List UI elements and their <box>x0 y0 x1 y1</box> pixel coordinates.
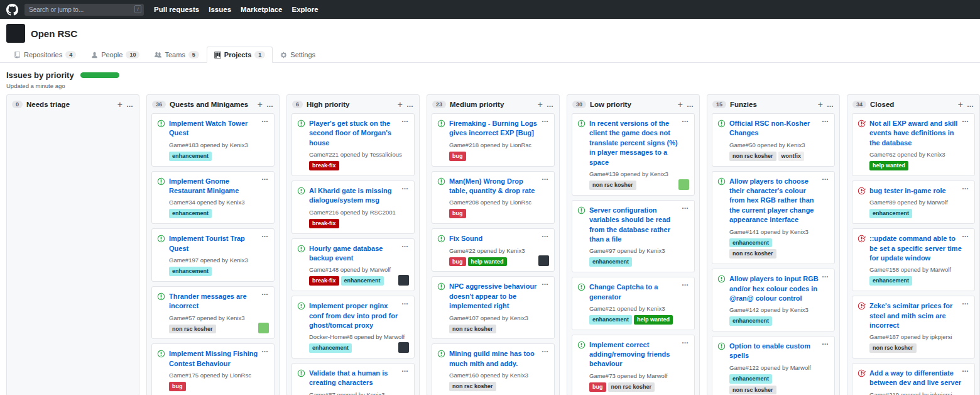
issue-title[interactable]: Change Captcha to a generator <box>589 282 689 302</box>
add-card-button[interactable]: + <box>398 100 403 109</box>
issue-title[interactable]: Player's get stuck on the second floor o… <box>309 119 409 148</box>
card-menu-button[interactable]: … <box>962 298 969 306</box>
card-menu-button[interactable]: … <box>682 337 689 345</box>
card-menu-button[interactable]: … <box>401 116 409 123</box>
issue-title[interactable]: Server configuration variables should be… <box>589 206 689 245</box>
column-menu-button[interactable]: … <box>266 101 274 108</box>
issue-title[interactable]: Zeke's scimitar prices for steel and mit… <box>869 301 969 330</box>
issue-title[interactable]: Implement Watch Tower Quest <box>169 119 269 138</box>
issue-title[interactable]: Implement Gnome Restaurant Minigame <box>169 177 269 196</box>
issue-title[interactable]: Implement proper nginx conf from dev int… <box>309 301 409 330</box>
nav-issues[interactable]: Issues <box>209 6 231 13</box>
add-card-button[interactable]: + <box>117 100 122 109</box>
issue-card[interactable]: … Allow players to input RGB and/or hex … <box>712 269 835 331</box>
card-menu-button[interactable]: … <box>261 231 269 238</box>
card-menu-button[interactable]: … <box>822 338 829 346</box>
issue-title[interactable]: Hourly game database backup event <box>309 244 409 264</box>
card-menu-button[interactable]: … <box>401 183 409 191</box>
column-menu-button[interactable]: … <box>967 101 974 108</box>
issue-card[interactable]: … Not all EXP award and skill events hav… <box>852 113 975 176</box>
github-logo-icon[interactable] <box>6 4 18 16</box>
issue-card[interactable]: … Official RSC non-Kosher Changes Game#5… <box>712 113 835 167</box>
issue-title[interactable]: NPC aggressive behaviour doesn't appear … <box>449 282 549 311</box>
issue-card[interactable]: … Fix Sound Game#22 opened by Kenix3 bug… <box>432 228 555 272</box>
card-menu-button[interactable]: … <box>962 183 969 191</box>
search-input[interactable] <box>24 4 144 16</box>
card-menu-button[interactable]: … <box>401 365 409 373</box>
issue-card[interactable]: … Validate that a human is creating char… <box>291 363 415 395</box>
card-menu-button[interactable]: … <box>261 289 269 296</box>
add-card-button[interactable]: + <box>258 100 263 109</box>
issue-card[interactable]: … ::update command able to be set a spec… <box>852 228 975 291</box>
issue-title[interactable]: ::update command able to be set a specif… <box>869 234 969 263</box>
search-box[interactable]: / <box>24 3 144 16</box>
issue-card[interactable]: … Option to enable custom spells Game#12… <box>712 336 835 395</box>
nav-explore[interactable]: Explore <box>292 6 318 13</box>
card-menu-button[interactable]: … <box>401 298 409 306</box>
card-menu-button[interactable]: … <box>542 279 549 286</box>
card-menu-button[interactable]: … <box>542 174 549 181</box>
issue-title[interactable]: Man(Men) Wrong Drop table, quantity & dr… <box>449 177 549 196</box>
issue-card[interactable]: … Zeke's scimitar prices for steel and m… <box>852 296 975 359</box>
issue-card[interactable]: … Man(Men) Wrong Drop table, quantity & … <box>432 171 555 225</box>
issue-title[interactable]: In recent versions of the client the gam… <box>589 119 689 167</box>
card-menu-button[interactable]: … <box>962 231 969 238</box>
card-menu-button[interactable]: … <box>682 116 689 123</box>
card-menu-button[interactable]: … <box>261 174 269 181</box>
issue-card[interactable]: … bug tester in-game role Game#89 opened… <box>852 181 975 224</box>
column-menu-button[interactable]: … <box>547 101 554 108</box>
column-menu-button[interactable]: … <box>827 101 834 108</box>
issue-title[interactable]: bug tester in-game role <box>869 186 969 196</box>
card-menu-button[interactable]: … <box>822 271 829 279</box>
issue-card[interactable]: … Hourly game database backup event Game… <box>291 238 415 292</box>
column-menu-button[interactable]: … <box>126 101 134 108</box>
issue-card[interactable]: … Change Captcha to a generator Game#21 … <box>572 277 695 330</box>
issue-card[interactable]: … Implement Tourist Trap Quest Game#197 … <box>151 228 275 282</box>
card-menu-button[interactable]: … <box>261 116 269 123</box>
card-menu-button[interactable]: … <box>962 365 969 373</box>
card-menu-button[interactable]: … <box>542 231 549 238</box>
issue-card[interactable]: … Mining guild mine has too much mith an… <box>432 343 555 395</box>
add-card-button[interactable]: + <box>538 100 543 109</box>
issue-title[interactable]: Validate that a human is creating charac… <box>309 369 409 388</box>
issue-card[interactable]: … Al Kharid gate is missing dialogue/sys… <box>291 181 415 234</box>
issue-card[interactable]: … Add a way to differentiate between dev… <box>852 363 975 395</box>
tab-settings[interactable]: Settings <box>273 47 323 63</box>
nav-pull-requests[interactable]: Pull requests <box>154 6 199 13</box>
issue-card[interactable]: … Implement correct adding/removing frie… <box>572 335 695 395</box>
issue-card[interactable]: … Server configuration variables should … <box>572 200 695 272</box>
card-menu-button[interactable]: … <box>822 174 829 181</box>
issue-title[interactable]: Not all EXP award and skill events have … <box>869 119 969 148</box>
issue-title[interactable]: Implement Missing Fishing Contest Behavi… <box>169 349 269 369</box>
add-card-button[interactable]: + <box>958 100 963 109</box>
issue-title[interactable]: Allow players to choose their character'… <box>729 177 829 225</box>
issue-card[interactable]: … Allow players to choose their characte… <box>712 171 835 265</box>
issue-title[interactable]: Fix Sound <box>449 234 549 243</box>
card-menu-button[interactable]: … <box>542 346 549 353</box>
add-card-button[interactable]: + <box>678 100 683 109</box>
issue-card[interactable]: … Implement Watch Tower Quest Game#183 o… <box>151 113 275 167</box>
column-menu-button[interactable]: … <box>406 101 414 108</box>
issue-card[interactable]: … Firemaking - Burning Logs gives incorr… <box>432 113 555 167</box>
card-menu-button[interactable]: … <box>542 116 549 123</box>
issue-title[interactable]: Option to enable custom spells <box>729 342 829 361</box>
issue-card[interactable]: … Thrander messages are incorrect Game#5… <box>151 286 275 340</box>
card-menu-button[interactable]: … <box>682 279 689 287</box>
card-menu-button[interactable]: … <box>401 241 409 248</box>
issue-card[interactable]: … In recent versions of the client the g… <box>572 113 695 196</box>
tab-teams[interactable]: Teams 5 <box>147 47 206 63</box>
issue-title[interactable]: Add a way to differentiate between dev a… <box>869 369 969 388</box>
tab-people[interactable]: People 10 <box>84 47 147 63</box>
issue-title[interactable]: Implement Tourist Trap Quest <box>169 234 269 253</box>
nav-marketplace[interactable]: Marketplace <box>241 6 282 13</box>
issue-title[interactable]: Thrander messages are incorrect <box>169 292 269 311</box>
org-avatar[interactable] <box>6 24 25 43</box>
tab-projects[interactable]: Projects 1 <box>207 47 273 63</box>
issue-card[interactable]: … Player's get stuck on the second floor… <box>291 113 415 176</box>
issue-card[interactable]: … Implement proper nginx conf from dev i… <box>291 296 415 359</box>
issue-card[interactable]: … Implement Missing Fishing Contest Beha… <box>151 343 275 395</box>
issue-title[interactable]: Implement correct adding/removing friend… <box>589 340 689 369</box>
issue-title[interactable]: Al Kharid gate is missing dialogue/syste… <box>309 186 409 206</box>
issue-card[interactable]: … Implement Gnome Restaurant Minigame Ga… <box>151 171 275 225</box>
column-menu-button[interactable]: … <box>687 101 694 108</box>
